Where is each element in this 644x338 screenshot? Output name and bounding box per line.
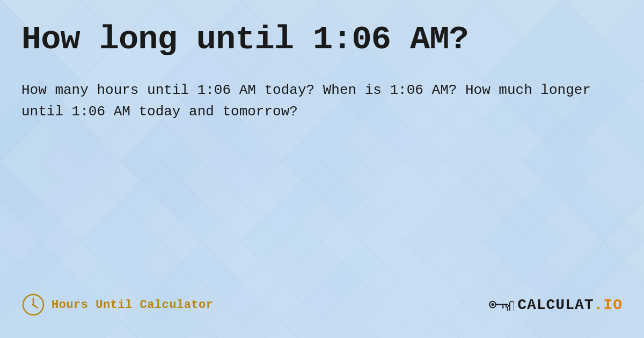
page-footer: Hours Until Calculator CALCULAT.IO: [21, 293, 623, 322]
svg-point-39: [32, 304, 34, 306]
page-title: How long until 1:06 AM?: [21, 21, 623, 58]
clock-icon: [21, 293, 45, 317]
brand-logo: CALCULAT.IO: [487, 295, 623, 315]
brand-icon: [487, 295, 514, 315]
brand-name: CALCULAT.IO: [517, 297, 623, 313]
page-description: How many hours until 1:06 AM today? When…: [21, 79, 612, 123]
brand-accent: .IO: [594, 297, 623, 313]
svg-point-41: [492, 303, 494, 306]
calculator-label: Hours Until Calculator: [52, 298, 213, 312]
hours-calculator-branding: Hours Until Calculator: [21, 293, 213, 317]
